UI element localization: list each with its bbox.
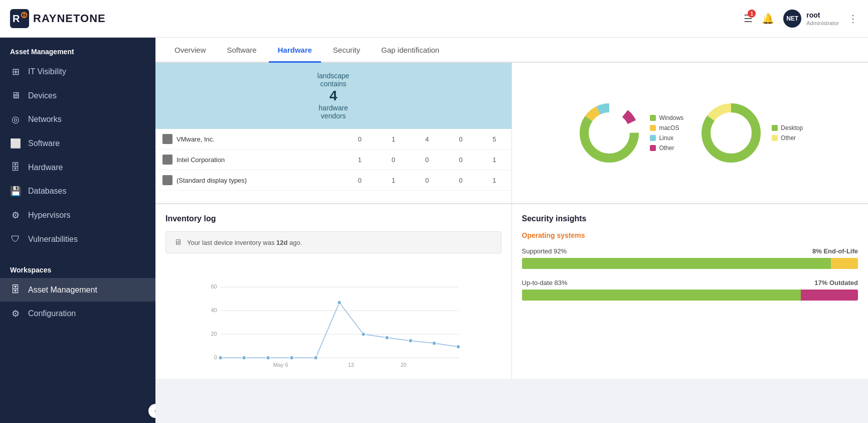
sidebar: Asset Management ⊞ IT Visibility 🖥 Devic… [0, 38, 155, 423]
vendor-name: (Standard display types) [177, 177, 247, 184]
inventory-notice: 🖥 Your last device inventory was 12d ago… [165, 231, 501, 253]
logo-area: R RAYNETONE [10, 9, 744, 28]
legend-label: Desktop [781, 124, 803, 131]
vendor-col2: 1 [377, 170, 410, 191]
vendor-col2: 1 [377, 129, 410, 150]
bell-button[interactable]: 🔔 [762, 13, 774, 25]
menu-icon-button[interactable]: ☰ 1 [744, 13, 753, 25]
sidebar-item-configuration[interactable]: ⚙ Configuration [0, 302, 155, 326]
user-name: root [806, 11, 839, 20]
tab-gap-identification[interactable]: Gap identification [372, 38, 448, 63]
svg-point-26 [337, 301, 341, 305]
top-header: R RAYNETONE ☰ 1 🔔 NET root Administrator… [0, 0, 868, 38]
legend-item-macos: macOS [650, 124, 683, 131]
landscape-text2: contains [165, 80, 501, 88]
os-donut-chart [577, 100, 642, 166]
vendor-col1: 0 [343, 129, 377, 150]
sidebar-item-label: Hardware [28, 163, 63, 172]
svg-point-31 [456, 345, 460, 349]
tab-security[interactable]: Security [324, 38, 369, 63]
security-insights-panel: Security insights Operating systems Supp… [512, 204, 869, 379]
sidebar-item-devices[interactable]: 🖥 Devices [0, 84, 155, 107]
svg-text:R: R [13, 13, 20, 24]
sidebar-collapse-button[interactable]: ‹ [148, 404, 155, 418]
sidebar-item-label: Devices [28, 91, 57, 100]
vendor-col1: 0 [343, 170, 377, 191]
os-subsection-title: Operating systems [522, 231, 858, 239]
it-visibility-icon: ⊞ [10, 66, 21, 77]
header-actions: ☰ 1 🔔 NET root Administrator ⋮ [744, 10, 858, 28]
uptodate-label-right: 17% Outdated [814, 279, 858, 287]
sidebar-item-hypervisors[interactable]: ⚙ Hypervisors [0, 203, 155, 227]
supported-labels: Supported 92% 8% End-of-Life [522, 247, 858, 255]
legend-label: Other [781, 134, 796, 142]
main-layout: Asset Management ⊞ IT Visibility 🖥 Devic… [0, 38, 868, 423]
uptodate-fill [522, 290, 801, 301]
inventory-notice-text: Your last device inventory was 12d ago. [187, 239, 302, 246]
table-row: VMware, Inc. 0 1 4 0 5 [155, 129, 511, 150]
vendor-icon [162, 175, 172, 185]
type-chart-legend: Desktop Other [772, 124, 803, 142]
svg-text:May 6: May 6 [273, 362, 288, 368]
tab-overview[interactable]: Overview [165, 38, 215, 63]
table-row: (Standard display types) 0 1 0 0 1 [155, 170, 511, 191]
inventory-log-title: Inventory log [165, 214, 501, 223]
tab-hardware[interactable]: Hardware [269, 38, 321, 63]
charts-panel: Windows macOS Linux Other [512, 63, 869, 203]
svg-point-24 [290, 356, 294, 360]
legend-item-desktop: Desktop [772, 124, 803, 131]
vendor-col4: 0 [444, 170, 477, 191]
sidebar-item-networks[interactable]: ◎ Networks [0, 107, 155, 131]
landscape-text1: landscape [165, 72, 501, 80]
svg-point-30 [432, 341, 436, 345]
landscape-info: landscape contains 4 hardware vendors [155, 63, 511, 129]
vendor-name: VMware, Inc. [177, 135, 215, 143]
more-button[interactable]: ⋮ [848, 13, 858, 25]
inventory-line-chart: 0 20 40 60 May 6 13 20 [165, 261, 501, 367]
uptodate-row: Up-to-date 83% 17% Outdated [522, 279, 858, 301]
hypervisors-icon: ⚙ [10, 210, 21, 221]
desktop-dot [772, 125, 778, 131]
tab-software[interactable]: Software [218, 38, 266, 63]
landscape-count: 4 [165, 88, 501, 104]
os-chart-area: Windows macOS Linux Other [577, 100, 683, 166]
svg-point-25 [314, 356, 318, 360]
sidebar-item-hardware[interactable]: 🗄 Hardware [0, 156, 155, 179]
legend-item-other-os: Other [650, 145, 683, 152]
bell-icon: 🔔 [762, 13, 774, 25]
sidebar-item-databases[interactable]: 💾 Databases [0, 179, 155, 203]
sidebar-item-label: Hypervisors [28, 211, 70, 220]
svg-text:20: 20 [211, 331, 217, 337]
vendor-col5: 5 [477, 129, 511, 150]
vendor-col3: 0 [410, 170, 444, 191]
legend-label: Linux [659, 134, 673, 142]
sidebar-item-vulnerabilities[interactable]: 🛡 Vulnerabilities [0, 227, 155, 251]
sidebar-item-label: IT Visibility [28, 67, 66, 76]
supported-label-right: 8% End-of-Life [812, 247, 858, 255]
tabs-bar: Overview Software Hardware Security Gap … [155, 38, 868, 63]
vulnerabilities-icon: 🛡 [10, 234, 21, 244]
sidebar-item-asset-management[interactable]: 🗄 Asset Management [0, 278, 155, 302]
vendor-col5: 1 [477, 170, 511, 191]
devices-icon: 🖥 [10, 90, 21, 101]
supported-label-left: Supported 92% [522, 247, 567, 255]
legend-item-other-type: Other [772, 134, 803, 142]
vendor-col3: 0 [410, 150, 444, 170]
supported-fill [522, 258, 831, 269]
databases-icon: 💾 [10, 186, 21, 197]
svg-text:20: 20 [401, 362, 407, 368]
legend-item-linux: Linux [650, 134, 683, 142]
sidebar-item-software[interactable]: ⬜ Software [0, 131, 155, 156]
asset-management-icon: 🗄 [10, 285, 21, 295]
sidebar-item-it-visibility[interactable]: ⊞ IT Visibility [0, 60, 155, 84]
vendors-panel: landscape contains 4 hardware vendors VM… [155, 63, 512, 203]
svg-text:40: 40 [211, 307, 217, 313]
sidebar-item-label: Configuration [28, 309, 76, 318]
eol-fill [831, 258, 858, 269]
user-area[interactable]: NET root Administrator [783, 10, 839, 28]
chevron-left-icon: ‹ [154, 407, 155, 414]
svg-point-27 [362, 332, 366, 336]
hardware-icon: 🗄 [10, 162, 21, 173]
networks-icon: ◎ [10, 114, 21, 125]
user-role: Administrator [806, 20, 839, 27]
